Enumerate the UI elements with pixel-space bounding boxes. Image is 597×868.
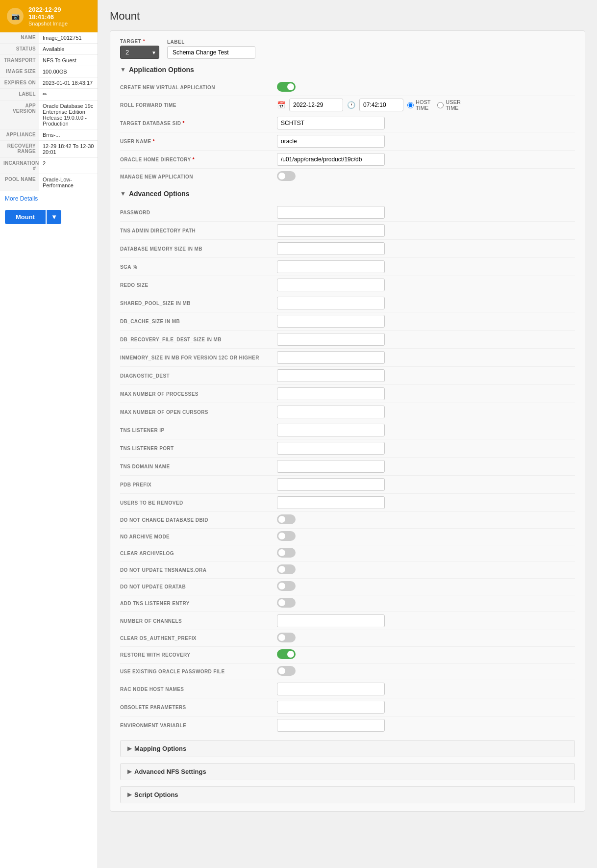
label-redo-size: REDO SIZE [120,282,277,288]
host-time-label: HOST TIME [416,99,430,111]
input-wrap-clear-os-authent [277,633,385,644]
toggle-use-oracle-pwd-file[interactable] [277,666,296,676]
toggle-add-tns-listener[interactable] [277,598,296,608]
section-advanced-nfs-settings: ▶Advanced NFS Settings [120,763,575,780]
input-max-open-cursors[interactable] [277,406,385,418]
input-wrap-db-cache-size [277,315,385,328]
toggle-do-not-update-oratab[interactable] [277,581,296,591]
input-db-cache-size[interactable] [277,315,385,328]
input-tns-listener-ip[interactable] [277,424,385,436]
input-num-channels[interactable] [277,614,385,627]
section-mapping-options: ▶Mapping Options [120,740,575,757]
main-content: Mount TARGET * 2 ▼ LABEL [98,0,597,868]
label-input[interactable] [167,46,255,59]
input-wrap-rac-node-hostnames [277,683,385,695]
input-users-to-remove[interactable] [277,496,385,509]
input-sga-pct[interactable] [277,260,385,273]
advanced-row-do-not-update-oratab: DO NOT UPDATE ORATAB [120,579,575,595]
label-no-change-dbid: DO NOT CHANGE DATABASE DBID [120,517,277,523]
input-tns-listener-port[interactable] [277,442,385,455]
user-name-row: USER NAME * [120,132,575,151]
app-options-section: ▼ Application Options CREATE NEW VIRTUAL… [120,66,575,185]
user-time-radio-label[interactable]: USER TIME [437,99,461,111]
sidebar-row-key: LABEL [0,89,39,100]
collapsible-header-advanced-nfs-settings[interactable]: ▶Advanced NFS Settings [121,764,574,780]
label-password: PASSWORD [120,210,277,215]
toggle-clear-os-authent[interactable] [277,633,296,642]
input-obsolete-params[interactable] [277,701,385,714]
user-name-input[interactable] [277,135,385,148]
host-time-radio[interactable] [407,102,414,108]
sidebar-info: NAMEImage_0012751STATUSAvailableTRANSPOR… [0,32,98,191]
form-card: TARGET * 2 ▼ LABEL ▼ Application Options [110,30,585,812]
input-password[interactable] [277,206,385,219]
mount-dropdown-button[interactable]: ▼ [47,210,61,224]
label-db-cache-size: DB_CACHE_SIZE IN MB [120,319,277,324]
advanced-options-section: ▼ Advanced Options PASSWORDTNS ADMIN DIR… [120,190,575,734]
collapsible-header-mapping-options[interactable]: ▶Mapping Options [121,740,574,757]
sidebar-row-value: 100.00GB [39,66,71,77]
roll-forward-date-input[interactable] [289,99,343,111]
app-options-title: Application Options [129,66,194,74]
advanced-row-sga-pct: SGA % [120,258,575,276]
user-time-radio[interactable] [437,102,444,108]
toggle-slider [277,82,296,92]
roll-forward-time-row: ROLL FORWARD TIME 📅 🕐 HOST TIME USER TI [120,96,575,114]
toggle-clear-archivelog[interactable] [277,548,296,558]
advanced-options-header[interactable]: ▼ Advanced Options [120,190,575,198]
toggle-slider [277,598,296,608]
input-shared-pool-size[interactable] [277,297,385,309]
calendar-icon[interactable]: 📅 [277,101,285,109]
advanced-row-env-variable: ENVIRONMENT VARIABLE [120,716,575,734]
input-wrap-restore-with-recovery [277,649,385,661]
input-tns-domain-name[interactable] [277,460,385,473]
input-wrap-no-change-dbid [277,514,385,526]
oracle-home-dir-input[interactable] [277,153,385,166]
more-details-link[interactable]: More Details [0,191,98,206]
label-tns-listener-ip: TNS LISTENER IP [120,428,277,433]
collapsible-header-script-options[interactable]: ▶Script Options [121,787,574,803]
label-tns-listener-port: TNS LISTENER PORT [120,446,277,451]
target-db-sid-label: TARGET DATABASE SID * [120,120,277,126]
manage-new-app-toggle[interactable] [277,171,296,181]
clock-icon[interactable]: 🕐 [347,101,355,109]
label-max-open-cursors: MAX NUMBER OF OPEN CURSORS [120,409,277,415]
snapshot-date: 2022-12-29 [28,6,68,13]
sidebar-row-value: Brns-... [39,129,63,140]
target-db-sid-row: TARGET DATABASE SID * [120,114,575,132]
input-db-recovery-file-dest-size[interactable] [277,333,385,346]
input-wrap-obsolete-params [277,701,385,714]
advanced-row-tns-listener-port: TNS LISTENER PORT [120,439,575,458]
input-redo-size[interactable] [277,279,385,291]
toggle-do-not-update-tnsnames[interactable] [277,564,296,574]
toggle-slider [277,649,296,659]
toggle-no-archive-mode[interactable] [277,531,296,541]
label-restore-with-recovery: RESTORE WITH RECOVERY [120,652,277,658]
input-pdb-prefix[interactable] [277,478,385,491]
input-env-variable[interactable] [277,719,385,732]
roll-forward-time-input-field[interactable] [359,99,403,111]
toggle-slider [277,548,296,558]
app-options-header[interactable]: ▼ Application Options [120,66,575,74]
input-diagnostic-dest[interactable] [277,369,385,382]
target-select[interactable]: 2 [120,46,159,59]
advanced-options-rows: PASSWORDTNS ADMIN DIRECTORY PATHDATABASE… [120,204,575,734]
sidebar-row-key: TRANSPORT [0,55,39,66]
toggle-restore-with-recovery[interactable] [277,649,296,659]
input-db-mem-size[interactable] [277,242,385,255]
label-db-recovery-file-dest-size: DB_RECOVERY_FILE_DEST_SIZE IN MB [120,337,277,342]
input-inmemory-size[interactable] [277,351,385,364]
host-time-radio-label[interactable]: HOST TIME [407,99,430,111]
label-field-label: LABEL [167,39,255,45]
input-wrap-add-tns-listener [277,598,385,609]
input-wrap-do-not-update-oratab [277,581,385,592]
input-tns-admin-dir[interactable] [277,224,385,237]
create-new-virtual-app-toggle[interactable] [277,82,296,92]
toggle-no-change-dbid[interactable] [277,514,296,524]
mount-button[interactable]: Mount [5,210,46,224]
sidebar-row-key: IMAGE SIZE [0,66,39,77]
sidebar-row-key: EXPIRES ON [0,77,39,88]
input-max-processes[interactable] [277,387,385,400]
target-db-sid-input[interactable] [277,117,385,129]
input-rac-node-hostnames[interactable] [277,683,385,695]
